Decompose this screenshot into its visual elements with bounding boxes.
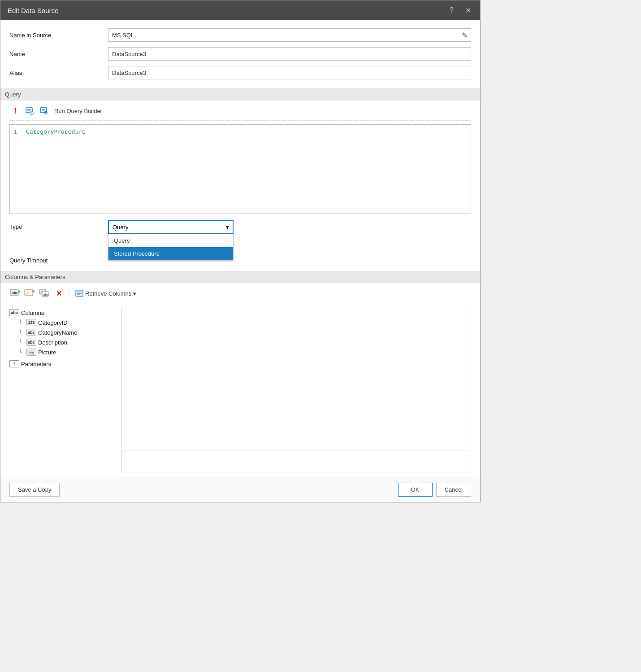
name-label: Name [9,51,108,57]
categoryid-type-icon: 123 [26,319,36,326]
columns-toolbar: abc + fx + abc abc [9,288,471,303]
name-in-source-label: Name in Source [9,32,108,39]
type-dropdown-arrow: ▾ [226,224,229,231]
query-timeout-row: Query Timeout [9,257,471,264]
type-select-display[interactable]: Query ▾ [108,220,234,234]
picture-type-icon: img [26,349,36,356]
run-query-button[interactable]: Run Query Builder [52,107,104,115]
query-timeout-label: Query Timeout [9,257,108,264]
tree-connector: └ [18,339,25,346]
alias-row: Alias [9,66,471,79]
svg-text:+: + [32,289,35,294]
cancel-button[interactable]: Cancel [436,483,471,497]
add-text-column-icon[interactable]: abc + [9,288,22,299]
copy-column-icon[interactable]: abc abc [38,288,51,299]
title-bar: Edit Data Source ? ✕ [0,0,480,20]
dialog-title: Edit Data Source [8,7,58,14]
line-number: 1 [13,128,22,135]
columns-section-header: Columns & Parameters [0,271,480,283]
tree-connector: └ [18,349,25,356]
tree-columns-root: abc Columns [9,308,117,318]
search-icon[interactable] [38,105,50,117]
title-bar-controls: ? ✕ [448,5,473,16]
right-panel-top [121,308,471,447]
query-edit-icon[interactable] [24,105,35,117]
tree-panel: abc Columns └ 123 CategoryID └ abc Categ… [9,308,117,472]
retrieve-chevron: ▾ [133,290,136,297]
dialog-body: Name in Source ✎ Name Alias Query ! [0,20,480,477]
parameters-label: Parameters [21,361,51,367]
type-label: Type [9,220,108,230]
svg-line-9 [47,113,48,114]
type-section: Type Query ▾ Query Stored Procedure Quer… [9,220,471,266]
tree-item-categoryid[interactable]: └ 123 CategoryID [9,318,117,327]
ok-button[interactable]: OK [398,483,433,497]
columns-label: Columns [21,310,44,316]
tree-item-categoryname[interactable]: └ abc CategoryName [9,327,117,337]
tree-item-description[interactable]: └ abc Description [9,337,117,347]
name-in-source-input-wrap: ✎ [108,28,471,42]
svg-rect-3 [30,112,33,114]
categoryid-label: CategoryID [38,319,68,326]
tree-connector: └ [18,319,25,326]
right-panel [121,308,471,472]
type-row: Type Query ▾ Query Stored Procedure [9,220,471,234]
type-option-stored-procedure[interactable]: Stored Procedure [108,247,233,260]
type-option-query[interactable]: Query [108,234,233,247]
svg-rect-5 [40,108,47,113]
save-copy-button[interactable]: Save a Copy [9,483,60,497]
columns-icon: abc [9,309,19,316]
svg-text:abc: abc [43,293,49,297]
pencil-icon[interactable]: ✎ [462,31,468,39]
query-editor[interactable]: 1 CategoryProcedure [9,124,471,214]
categoryname-label: CategoryName [38,329,77,336]
query-toolbar: ! Run Query [9,105,471,121]
close-button[interactable]: ✕ [463,5,473,16]
retrieve-columns-label: Retrieve Columns [85,290,131,297]
type-select-wrap: Query ▾ Query Stored Procedure [108,220,234,234]
picture-label: Picture [38,349,56,356]
add-fx-column-icon[interactable]: fx + [24,288,36,299]
svg-text:abc: abc [12,291,18,295]
columns-panel: abc Columns └ 123 CategoryID └ abc Categ… [9,308,471,472]
description-type-icon: abc [26,339,36,346]
alias-input[interactable] [108,66,471,79]
help-button[interactable]: ? [448,5,455,15]
alias-label: Alias [9,70,108,76]
name-row: Name [9,47,471,61]
edit-datasource-dialog: Edit Data Source ? ✕ Name in Source ✎ Na… [0,0,481,502]
delete-column-icon[interactable]: ✕ [52,288,65,299]
edit-svg [25,106,34,115]
editor-code: CategoryProcedure [26,128,86,135]
run-query-label: Run Query Builder [54,108,102,114]
name-input[interactable] [108,47,471,61]
description-label: Description [38,339,67,346]
type-dropdown-menu: Query Stored Procedure [108,234,234,261]
name-in-source-row: Name in Source ✎ [9,28,471,42]
dialog-footer: Save a Copy OK Cancel [0,477,480,502]
query-section-header: Query [0,88,480,100]
warning-icon: ! [9,105,21,117]
footer-right: OK Cancel [398,483,471,497]
tree-parameters-root: ? Parameters [9,359,117,369]
toolbar-divider [69,289,69,298]
svg-text:fx: fx [26,291,29,295]
search-svg [39,106,48,115]
right-panel-bottom [121,450,471,472]
retrieve-icon [75,290,83,297]
categoryname-type-icon: abc [26,329,36,336]
type-selected-value: Query [113,224,128,231]
tree-connector: └ [18,329,25,336]
tree-item-picture[interactable]: └ img Picture [9,347,117,357]
retrieve-columns-button[interactable]: Retrieve Columns ▾ [73,289,139,298]
svg-text:+: + [18,289,21,294]
parameters-icon: ? [9,360,19,367]
name-in-source-input[interactable] [108,28,471,42]
